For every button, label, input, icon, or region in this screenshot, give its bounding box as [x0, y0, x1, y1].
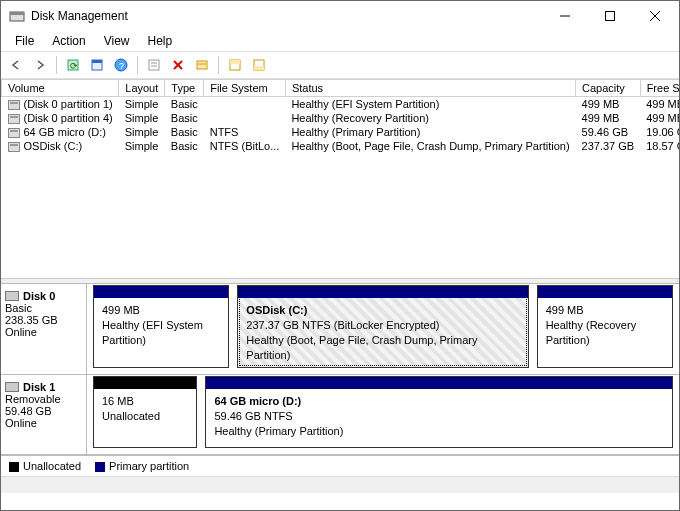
disk-icon — [5, 291, 19, 301]
col-free[interactable]: Free Space — [640, 80, 679, 97]
table-row[interactable]: (Disk 0 partition 4) SimpleBasic Healthy… — [2, 111, 680, 125]
partition-box[interactable]: 499 MB Healthy (EFI System Partition) — [93, 285, 229, 368]
partition-header — [94, 377, 196, 389]
toolbar: ⟳ ? — [1, 51, 679, 79]
menu-action[interactable]: Action — [44, 32, 93, 50]
partition-header — [94, 286, 228, 298]
volume-table: Volume Layout Type File System Status Ca… — [1, 79, 679, 153]
drive-icon — [8, 128, 20, 138]
view-bottom-button[interactable] — [248, 54, 270, 76]
partition-header — [538, 286, 672, 298]
properties-button[interactable] — [86, 54, 108, 76]
drive-icon — [8, 100, 20, 110]
col-layout[interactable]: Layout — [119, 80, 165, 97]
window-title: Disk Management — [31, 9, 542, 23]
content-area: Volume Layout Type File System Status Ca… — [1, 79, 679, 510]
delete-button[interactable] — [167, 54, 189, 76]
list-icon[interactable] — [191, 54, 213, 76]
close-button[interactable] — [632, 2, 677, 31]
table-row[interactable]: (Disk 0 partition 1) SimpleBasic Healthy… — [2, 97, 680, 112]
drive-icon — [8, 114, 20, 124]
disk-row: Disk 0 Basic238.35 GBOnline 499 MB Healt… — [1, 283, 679, 375]
back-button[interactable] — [5, 54, 27, 76]
table-row[interactable]: 64 GB micro (D:) SimpleBasicNTFS Healthy… — [2, 125, 680, 139]
partition-box[interactable]: 499 MB Healthy (Recovery Partition) — [537, 285, 673, 368]
svg-rect-1 — [10, 12, 24, 15]
menu-file[interactable]: File — [7, 32, 42, 50]
menu-help[interactable]: Help — [140, 32, 181, 50]
svg-rect-17 — [197, 61, 207, 69]
partition-header — [238, 286, 527, 298]
svg-text:?: ? — [119, 61, 124, 71]
svg-rect-20 — [230, 60, 240, 64]
horizontal-scrollbar[interactable] — [1, 476, 679, 493]
app-icon — [9, 8, 25, 24]
svg-rect-12 — [149, 60, 159, 70]
disk-row: Disk 1 Removable59.48 GBOnline 16 MB Una… — [1, 375, 679, 455]
svg-text:⟳: ⟳ — [70, 61, 78, 71]
disk-map[interactable]: Disk 0 Basic238.35 GBOnline 499 MB Healt… — [1, 283, 679, 510]
volume-list[interactable]: Volume Layout Type File System Status Ca… — [1, 79, 679, 279]
legend-primary: Primary partition — [95, 460, 189, 472]
legend: Unallocated Primary partition — [1, 455, 679, 476]
col-capacity[interactable]: Capacity — [576, 80, 641, 97]
minimize-button[interactable] — [542, 2, 587, 31]
refresh-button[interactable]: ⟳ — [62, 54, 84, 76]
settings-button[interactable] — [143, 54, 165, 76]
maximize-button[interactable] — [587, 2, 632, 31]
partition-box[interactable]: 16 MB Unallocated — [93, 376, 197, 448]
titlebar: Disk Management — [1, 1, 679, 31]
drive-icon — [8, 142, 20, 152]
legend-unallocated: Unallocated — [9, 460, 81, 472]
svg-rect-9 — [92, 60, 102, 63]
col-fs[interactable]: File System — [204, 80, 286, 97]
partition-box[interactable]: OSDisk (C:) 237.37 GB NTFS (BitLocker En… — [237, 285, 528, 368]
disk-info[interactable]: Disk 1 Removable59.48 GBOnline — [1, 375, 87, 454]
col-volume[interactable]: Volume — [2, 80, 119, 97]
menu-view[interactable]: View — [96, 32, 138, 50]
svg-rect-3 — [605, 12, 614, 21]
help-button[interactable]: ? — [110, 54, 132, 76]
forward-button[interactable] — [29, 54, 51, 76]
partition-header — [206, 377, 672, 389]
col-type[interactable]: Type — [165, 80, 204, 97]
svg-rect-22 — [254, 66, 264, 70]
view-top-button[interactable] — [224, 54, 246, 76]
partition-box[interactable]: 64 GB micro (D:) 59.46 GB NTFS Healthy (… — [205, 376, 673, 448]
disk-icon — [5, 382, 19, 392]
col-status[interactable]: Status — [285, 80, 575, 97]
disk-info[interactable]: Disk 0 Basic238.35 GBOnline — [1, 284, 87, 374]
table-row[interactable]: OSDisk (C:) SimpleBasicNTFS (BitLo... He… — [2, 139, 680, 153]
menubar: File Action View Help — [1, 31, 679, 51]
